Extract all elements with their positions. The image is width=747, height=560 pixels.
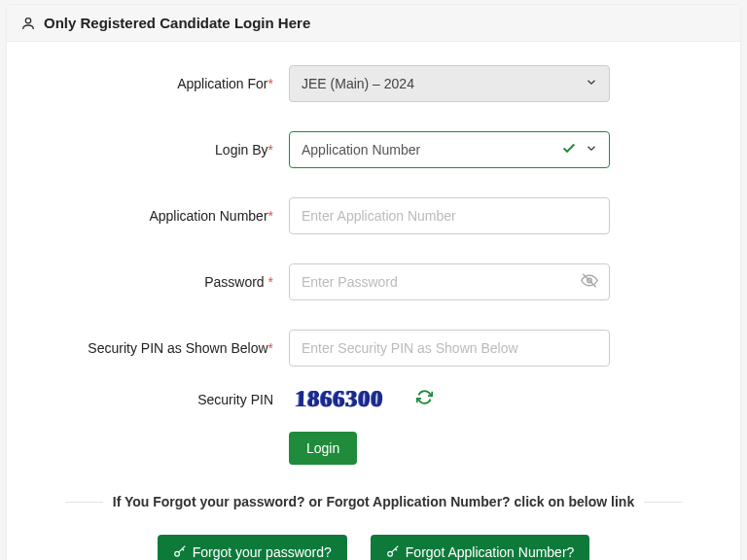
- row-login-by: Login By* Application Number: [65, 131, 682, 168]
- label-application-number: Application Number*: [65, 208, 289, 224]
- key-icon: [173, 545, 187, 559]
- label-security-pin: Security PIN: [65, 392, 289, 407]
- password-input[interactable]: [289, 263, 610, 300]
- label-password: Password *: [65, 274, 289, 290]
- key-icon: [386, 545, 400, 559]
- person-icon: [20, 16, 36, 31]
- forgot-password-button[interactable]: Forgot your password?: [158, 535, 347, 560]
- row-password: Password *: [65, 263, 682, 300]
- login-button[interactable]: Login: [289, 432, 357, 465]
- login-card: Only Registered Candidate Login Here App…: [6, 4, 741, 560]
- application-number-input[interactable]: [289, 197, 610, 234]
- row-security-pin-input: Security PIN as Shown Below*: [65, 330, 682, 367]
- svg-point-4: [388, 551, 393, 556]
- refresh-icon[interactable]: [416, 389, 433, 410]
- svg-point-3: [174, 551, 179, 556]
- chevron-down-icon: [585, 76, 598, 92]
- card-header: Only Registered Candidate Login Here: [7, 5, 740, 42]
- check-icon: [561, 141, 577, 159]
- label-security-pin-input: Security PIN as Shown Below*: [65, 340, 289, 356]
- select-application-for[interactable]: JEE (Main) – 2024: [289, 65, 610, 102]
- card-title: Only Registered Candidate Login Here: [44, 15, 310, 31]
- row-application-for: Application For* JEE (Main) – 2024: [65, 65, 682, 102]
- chevron-down-icon: [585, 142, 598, 158]
- captcha-image: 1866300: [288, 384, 389, 414]
- help-divider: If You Forgot your password? or Forgot A…: [65, 494, 682, 509]
- label-login-by: Login By*: [65, 142, 289, 158]
- row-application-number: Application Number*: [65, 197, 682, 234]
- forgot-app-number-button[interactable]: Forgot Application Number?: [371, 535, 590, 560]
- security-pin-input[interactable]: [289, 330, 610, 367]
- label-application-for: Application For*: [65, 76, 289, 91]
- row-security-pin: Security PIN 1866300: [65, 384, 682, 414]
- eye-off-icon[interactable]: [581, 272, 598, 293]
- help-text: If You Forgot your password? or Forgot A…: [103, 494, 644, 509]
- card-body: Application For* JEE (Main) – 2024 Login…: [7, 42, 740, 560]
- svg-point-0: [25, 18, 30, 22]
- row-login-button: Login: [65, 432, 682, 465]
- footer-buttons: Forgot your password? Forgot Application…: [65, 535, 682, 560]
